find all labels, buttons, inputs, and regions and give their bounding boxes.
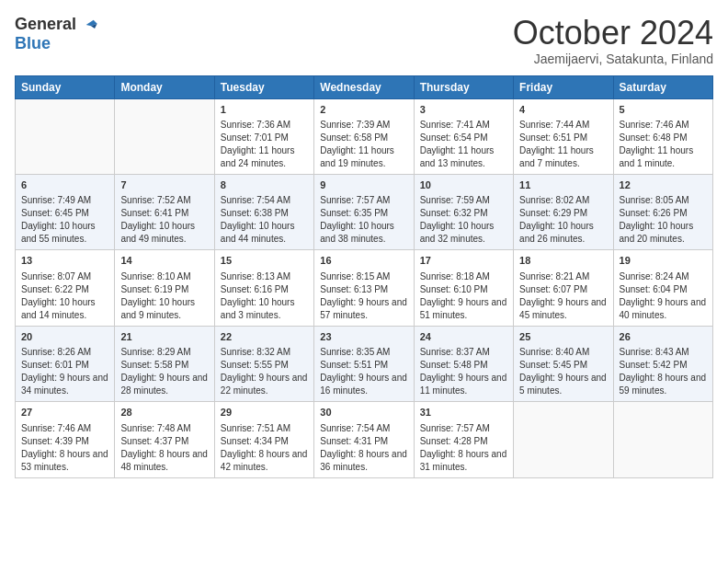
calendar-day-cell: 6Sunrise: 7:49 AMSunset: 6:45 PMDaylight… [16, 174, 115, 249]
day-number: 24 [420, 330, 507, 344]
day-number: 12 [620, 178, 707, 192]
page-header: General Blue October 2024 Jaemijaervi, S… [15, 15, 713, 66]
day-info: Sunrise: 7:54 AMSunset: 4:31 PMDaylight:… [320, 422, 407, 474]
day-number: 5 [620, 103, 707, 117]
day-info: Sunrise: 7:59 AMSunset: 6:32 PMDaylight:… [420, 194, 507, 246]
weekday-header-wednesday: Wednesday [314, 75, 414, 98]
calendar-day-cell: 28Sunrise: 7:48 AMSunset: 4:37 PMDayligh… [115, 402, 214, 477]
day-info: Sunrise: 8:32 AMSunset: 5:55 PMDaylight:… [221, 346, 308, 397]
day-info: Sunrise: 7:49 AMSunset: 6:45 PMDaylight:… [21, 194, 108, 246]
calendar-day-cell: 2Sunrise: 7:39 AMSunset: 6:58 PMDaylight… [314, 98, 414, 174]
day-info: Sunrise: 7:46 AMSunset: 4:39 PMDaylight:… [21, 422, 108, 474]
calendar-table: SundayMondayTuesdayWednesdayThursdayFrid… [15, 75, 713, 478]
calendar-day-cell: 11Sunrise: 8:02 AMSunset: 6:29 PMDayligh… [514, 174, 613, 249]
day-number: 25 [519, 330, 607, 344]
day-info: Sunrise: 7:44 AMSunset: 6:51 PMDaylight:… [519, 119, 607, 170]
day-info: Sunrise: 8:05 AMSunset: 6:26 PMDaylight:… [620, 194, 707, 246]
calendar-day-cell: 24Sunrise: 8:37 AMSunset: 5:48 PMDayligh… [414, 326, 513, 401]
calendar-day-cell: 16Sunrise: 8:15 AMSunset: 6:13 PMDayligh… [314, 250, 414, 326]
logo: General Blue [15, 15, 98, 53]
weekday-header-thursday: Thursday [414, 75, 513, 98]
day-number: 29 [221, 406, 308, 419]
logo-general: General [15, 15, 76, 34]
day-number: 20 [21, 330, 108, 344]
day-number: 8 [221, 178, 308, 192]
day-number: 18 [519, 254, 607, 268]
calendar-day-cell: 8Sunrise: 7:54 AMSunset: 6:38 PMDaylight… [214, 174, 313, 249]
day-number: 26 [620, 330, 707, 344]
day-info: Sunrise: 8:26 AMSunset: 6:01 PMDaylight:… [21, 346, 108, 397]
calendar-day-cell: 1Sunrise: 7:36 AMSunset: 7:01 PMDaylight… [214, 98, 313, 174]
day-number: 7 [120, 178, 208, 192]
calendar-day-cell: 10Sunrise: 7:59 AMSunset: 6:32 PMDayligh… [414, 174, 513, 249]
calendar-day-cell: 15Sunrise: 8:13 AMSunset: 6:16 PMDayligh… [214, 250, 313, 326]
calendar-day-cell: 22Sunrise: 8:32 AMSunset: 5:55 PMDayligh… [214, 326, 313, 401]
day-number: 27 [21, 406, 108, 419]
weekday-header-tuesday: Tuesday [214, 75, 313, 98]
calendar-day-cell [514, 402, 613, 477]
calendar-day-cell: 23Sunrise: 8:35 AMSunset: 5:51 PMDayligh… [314, 326, 414, 401]
calendar-week-row: 13Sunrise: 8:07 AMSunset: 6:22 PMDayligh… [16, 250, 713, 326]
day-info: Sunrise: 7:46 AMSunset: 6:48 PMDaylight:… [620, 119, 707, 170]
day-info: Sunrise: 8:29 AMSunset: 5:58 PMDaylight:… [120, 346, 208, 397]
day-number: 9 [320, 178, 407, 192]
calendar-day-cell: 17Sunrise: 8:18 AMSunset: 6:10 PMDayligh… [414, 250, 513, 326]
day-number: 6 [21, 178, 108, 192]
weekday-header-friday: Friday [514, 75, 613, 98]
day-number: 2 [320, 103, 407, 117]
calendar-day-cell: 20Sunrise: 8:26 AMSunset: 6:01 PMDayligh… [16, 326, 115, 401]
calendar-day-cell: 12Sunrise: 8:05 AMSunset: 6:26 PMDayligh… [613, 174, 712, 249]
calendar-day-cell: 3Sunrise: 7:41 AMSunset: 6:54 PMDaylight… [414, 98, 513, 174]
weekday-header-monday: Monday [115, 75, 214, 98]
day-info: Sunrise: 8:15 AMSunset: 6:13 PMDaylight:… [320, 270, 407, 322]
day-info: Sunrise: 8:37 AMSunset: 5:48 PMDaylight:… [420, 346, 507, 397]
location: Jaemijaervi, Satakunta, Finland [513, 52, 713, 66]
day-number: 10 [420, 178, 507, 192]
calendar-day-cell: 19Sunrise: 8:24 AMSunset: 6:04 PMDayligh… [613, 250, 712, 326]
day-info: Sunrise: 7:54 AMSunset: 6:38 PMDaylight:… [221, 194, 308, 246]
calendar-day-cell: 31Sunrise: 7:57 AMSunset: 4:28 PMDayligh… [414, 402, 513, 477]
day-number: 30 [320, 406, 407, 419]
day-number: 4 [519, 103, 607, 117]
calendar-week-row: 1Sunrise: 7:36 AMSunset: 7:01 PMDaylight… [16, 98, 713, 174]
calendar-week-row: 27Sunrise: 7:46 AMSunset: 4:39 PMDayligh… [16, 402, 713, 477]
day-number: 28 [120, 406, 208, 419]
day-info: Sunrise: 7:41 AMSunset: 6:54 PMDaylight:… [420, 119, 507, 170]
calendar-day-cell: 27Sunrise: 7:46 AMSunset: 4:39 PMDayligh… [16, 402, 115, 477]
day-number: 19 [620, 254, 707, 268]
calendar-day-cell: 30Sunrise: 7:54 AMSunset: 4:31 PMDayligh… [314, 402, 414, 477]
day-info: Sunrise: 8:40 AMSunset: 5:45 PMDaylight:… [519, 346, 607, 397]
day-number: 11 [519, 178, 607, 192]
calendar-day-cell [16, 98, 115, 174]
day-number: 17 [420, 254, 507, 268]
day-number: 23 [320, 330, 407, 344]
weekday-header-row: SundayMondayTuesdayWednesdayThursdayFrid… [16, 75, 713, 98]
day-info: Sunrise: 8:02 AMSunset: 6:29 PMDaylight:… [519, 194, 607, 246]
day-info: Sunrise: 7:52 AMSunset: 6:41 PMDaylight:… [120, 194, 208, 246]
logo-bird-icon [80, 16, 98, 34]
day-info: Sunrise: 7:51 AMSunset: 4:34 PMDaylight:… [221, 422, 308, 474]
day-number: 31 [420, 406, 507, 419]
day-info: Sunrise: 8:24 AMSunset: 6:04 PMDaylight:… [620, 270, 707, 322]
logo-blue: Blue [15, 34, 51, 52]
day-info: Sunrise: 8:13 AMSunset: 6:16 PMDaylight:… [221, 270, 308, 322]
calendar-day-cell [115, 98, 214, 174]
day-info: Sunrise: 7:39 AMSunset: 6:58 PMDaylight:… [320, 119, 407, 170]
day-info: Sunrise: 8:35 AMSunset: 5:51 PMDaylight:… [320, 346, 407, 397]
day-number: 14 [120, 254, 208, 268]
month-title: October 2024 [513, 15, 713, 52]
day-info: Sunrise: 7:36 AMSunset: 7:01 PMDaylight:… [221, 119, 308, 170]
title-section: October 2024 Jaemijaervi, Satakunta, Fin… [513, 15, 713, 66]
day-info: Sunrise: 7:57 AMSunset: 4:28 PMDaylight:… [420, 422, 507, 474]
calendar-day-cell: 14Sunrise: 8:10 AMSunset: 6:19 PMDayligh… [115, 250, 214, 326]
day-info: Sunrise: 8:18 AMSunset: 6:10 PMDaylight:… [420, 270, 507, 322]
weekday-header-saturday: Saturday [613, 75, 712, 98]
day-number: 15 [221, 254, 308, 268]
calendar-week-row: 20Sunrise: 8:26 AMSunset: 6:01 PMDayligh… [16, 326, 713, 401]
day-number: 3 [420, 103, 507, 117]
day-number: 1 [221, 103, 308, 117]
calendar-day-cell: 25Sunrise: 8:40 AMSunset: 5:45 PMDayligh… [514, 326, 613, 401]
calendar-week-row: 6Sunrise: 7:49 AMSunset: 6:45 PMDaylight… [16, 174, 713, 249]
calendar-day-cell: 21Sunrise: 8:29 AMSunset: 5:58 PMDayligh… [115, 326, 214, 401]
day-info: Sunrise: 8:21 AMSunset: 6:07 PMDaylight:… [519, 270, 607, 322]
